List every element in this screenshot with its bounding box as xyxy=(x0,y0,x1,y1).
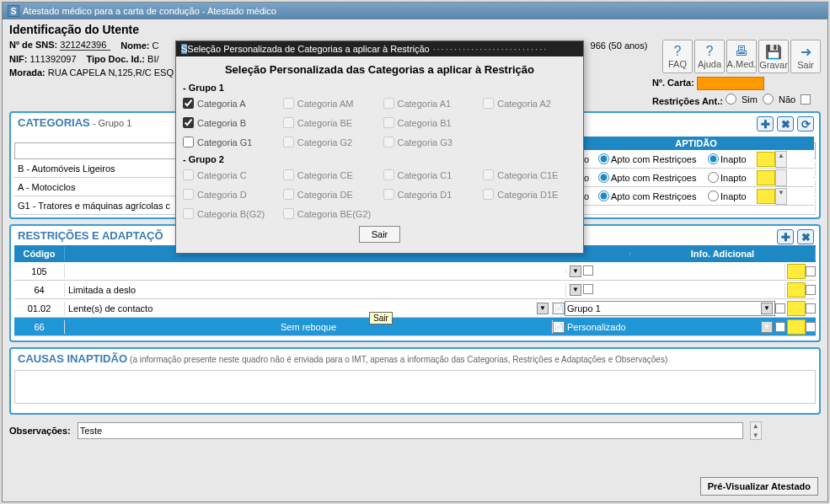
codigo-header: Código xyxy=(14,245,65,262)
sair-button[interactable]: ➜Sair xyxy=(790,40,821,73)
help-icon: ? xyxy=(706,44,714,59)
faq-icon: ? xyxy=(674,44,682,59)
obs-scroll-up[interactable]: ▲ xyxy=(752,422,759,430)
grupo-dd-2[interactable]: Personalizado▼ xyxy=(565,319,775,335)
restr-ant-extra[interactable] xyxy=(801,94,811,105)
save-icon: 💾 xyxy=(765,44,782,60)
cat-remove-button[interactable]: ✖ xyxy=(777,116,794,131)
apt-extra-3[interactable] xyxy=(757,189,775,204)
restr-cod-0102[interactable]: 01.02 xyxy=(14,302,65,315)
doc-icon-2[interactable]: 📄 xyxy=(553,321,565,333)
obs-input[interactable] xyxy=(78,422,743,439)
restr-remove-button[interactable]: ✖ xyxy=(797,229,814,244)
nome-label: Nome: xyxy=(120,40,149,51)
cb-cat-ce[interactable]: Categoria CE xyxy=(283,169,377,180)
cb-cat-b1[interactable]: Categoria B1 xyxy=(383,117,477,128)
cat-refresh-button[interactable]: ⟳ xyxy=(797,116,814,131)
morada-value: RUA CAPELA N,125,R/C ESQ xyxy=(48,67,174,78)
amed-button[interactable]: 🖶A.Med. xyxy=(726,40,757,73)
app-icon: S xyxy=(8,5,19,17)
sair-tooltip: Sair xyxy=(369,312,393,324)
cb-cat-b[interactable]: Categoria B xyxy=(183,117,276,128)
inapto-radio-3[interactable] xyxy=(708,190,719,201)
nome-value: C xyxy=(153,40,159,51)
cb-cat-g1[interactable]: Categoria G1 xyxy=(183,137,276,147)
categorias-modal: S Seleção Personalizada de Categorias a … xyxy=(175,40,584,254)
cb-cat-d1[interactable]: Categoria D1 xyxy=(383,189,477,200)
cb-cat-g3[interactable]: Categoria G3 xyxy=(383,137,477,147)
carta-input[interactable] xyxy=(697,77,764,90)
carta-label: Nº. Carta: xyxy=(652,78,694,88)
apto-com-radio-1[interactable] xyxy=(598,153,609,164)
restr-ant-label: Restrições Ant.: xyxy=(652,96,723,106)
cb-cat-a1[interactable]: Categoria A1 xyxy=(383,98,477,109)
obs-scroll-down[interactable]: ▼ xyxy=(752,432,759,439)
dd-1[interactable]: ▼ xyxy=(570,265,581,277)
categorias-sub: - Grupo 1 xyxy=(93,118,131,128)
restr-cod-105[interactable]: 105 xyxy=(14,265,65,278)
cb-cat-a2[interactable]: Categoria A2 xyxy=(483,98,576,109)
aptidao-header: APTIDÃO xyxy=(578,137,814,150)
cb-cat-bg2[interactable]: Categoria B(G2) xyxy=(183,208,276,219)
group1-label: - Grupo 1 xyxy=(183,83,576,93)
restr-add-button[interactable]: ✚ xyxy=(777,229,794,244)
window-title: Atestado médico para a carta de condução… xyxy=(23,6,276,16)
gravar-button[interactable]: 💾Gravar xyxy=(758,40,789,73)
scroll-down-1[interactable]: ▼ xyxy=(778,189,784,196)
info-header: Info. Adicional xyxy=(630,245,816,262)
causas-note: (a informação presente neste quadro não … xyxy=(130,355,667,364)
cb-cat-be[interactable]: Categoria BE xyxy=(283,117,377,128)
apto-com-radio-3[interactable] xyxy=(598,190,609,201)
morada-label: Morada: xyxy=(9,67,46,78)
restr-cod-64[interactable]: 64 xyxy=(14,283,65,297)
cb-cat-de[interactable]: Categoria DE xyxy=(283,189,377,200)
categorias-title: CATEGORIAS xyxy=(18,116,90,129)
cb-cat-a[interactable]: Categoria A xyxy=(183,98,276,109)
cb-cat-c1[interactable]: Categoria C1 xyxy=(383,169,477,180)
pre-visualizar-button[interactable]: Pré-Visualizar Atestado xyxy=(700,477,818,496)
print-icon: 🖶 xyxy=(735,44,748,59)
cb-cat-beg2[interactable]: Categoria BE(G2) xyxy=(283,208,377,219)
modal-title-text: Seleção Personalizada de Categorias a ap… xyxy=(187,44,429,54)
causas-area[interactable] xyxy=(14,370,816,404)
apt-extra-2[interactable] xyxy=(757,170,775,185)
exit-icon: ➜ xyxy=(801,44,811,60)
inapto-radio-2[interactable] xyxy=(708,172,719,183)
apto-com-radio-2[interactable] xyxy=(598,172,609,183)
restr-ant-sim-radio[interactable] xyxy=(726,94,736,105)
modal-heading: Seleção Personalizada das Categorias a a… xyxy=(183,63,576,76)
dd-2[interactable]: ▼ xyxy=(570,284,581,296)
apt-extra-1[interactable] xyxy=(757,152,775,167)
cat-add-button[interactable]: ✚ xyxy=(757,116,774,131)
cb-cat-am[interactable]: Categoria AM xyxy=(283,98,377,109)
inapto-radio-1[interactable] xyxy=(708,153,719,164)
nif-label: NIF: xyxy=(9,54,27,64)
restr-ant-nao-radio[interactable] xyxy=(763,94,774,105)
restricoes-title: RESTRIÇÕES E ADAPTAÇÕ xyxy=(18,229,163,242)
faq-button[interactable]: ?FAQ xyxy=(662,40,693,73)
modal-app-icon: S xyxy=(181,44,187,54)
cb-cat-d1e[interactable]: Categoria D1E xyxy=(483,189,576,200)
tipodoc-value: BI/ xyxy=(147,54,158,64)
cb-cat-c1e[interactable]: Categoria C1E xyxy=(483,169,576,180)
cb-cat-d[interactable]: Categoria D xyxy=(183,189,276,200)
sns-value: 321242396 xyxy=(60,40,110,51)
ajuda-button[interactable]: ?Ajuda xyxy=(694,40,725,73)
grupo-dd-1[interactable]: Grupo 1▼ xyxy=(565,301,775,316)
sns-label: Nº de SNS: xyxy=(9,40,57,50)
window-titlebar: S Atestado médico para a carta de conduç… xyxy=(3,3,827,19)
ident-title: Identificação do Utente xyxy=(9,23,139,36)
doc-icon-1[interactable]: 📄 xyxy=(553,303,565,314)
modal-titlebar[interactable]: S Seleção Personalizada de Categorias a … xyxy=(176,41,583,56)
cb-cat-g2[interactable]: Categoria G2 xyxy=(283,137,377,147)
tipodoc-label: Tipo Doc. Id.: xyxy=(87,54,145,64)
modal-sair-button[interactable]: Sair xyxy=(359,226,401,243)
nif-value: 111392097 xyxy=(29,54,76,64)
causas-title: CAUSAS INAPTIDÃO xyxy=(18,352,127,365)
obs-label: Observações: xyxy=(9,426,71,436)
group2-label: - Grupo 2 xyxy=(183,154,576,164)
scroll-up-1[interactable]: ▲ xyxy=(778,152,784,159)
age-fragment: 966 (50 anos) xyxy=(591,40,648,51)
restr-cod-66[interactable]: 66 xyxy=(14,320,65,334)
cb-cat-c[interactable]: Categoria C xyxy=(183,169,276,180)
